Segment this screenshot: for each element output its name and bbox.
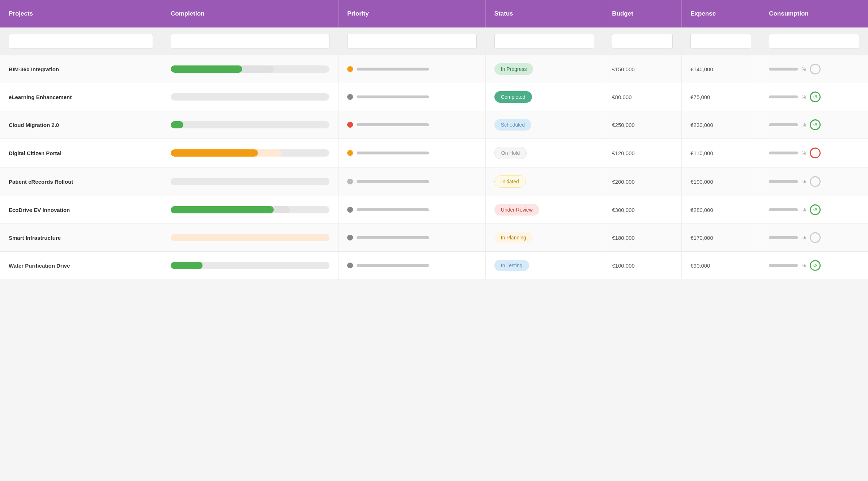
budget-cell: €200,000	[603, 167, 682, 196]
filter-completion[interactable]	[162, 27, 338, 55]
project-name: BIM-360 Integration	[9, 66, 59, 72]
filter-projects[interactable]	[0, 27, 162, 55]
budget-cell: €100,000	[603, 252, 682, 280]
completion-bar-container	[171, 262, 329, 269]
project-name-cell: Digital Citizen Portal	[0, 139, 162, 167]
filter-status[interactable]	[485, 27, 603, 55]
budget-cell: €250,000	[603, 111, 682, 139]
priority-dot	[347, 179, 353, 184]
budget-amount: €150,000	[612, 66, 635, 72]
completion-bar-container	[171, 149, 329, 157]
expense-cell: €230,000	[682, 111, 760, 139]
priority-dot	[347, 235, 353, 240]
consumption-icon	[810, 148, 821, 158]
completion-bar-container	[171, 121, 329, 128]
priority-cell	[339, 196, 486, 224]
priority-cell	[339, 83, 486, 111]
projects-table-wrapper: Projects Completion Priority Status Budg…	[0, 0, 868, 279]
expense-cell: €170,000	[682, 224, 760, 252]
col-header-consumption: Consumption	[760, 0, 868, 27]
completion-bar-fill	[171, 206, 274, 213]
completion-bar-secondary	[258, 149, 282, 157]
project-name: Patient eRecords Rollout	[9, 179, 73, 185]
consumption-cell-inner: % ↺	[769, 260, 859, 271]
filter-consumption[interactable]	[760, 27, 868, 55]
consumption-bar	[769, 180, 798, 183]
status-badge: Under Review	[494, 204, 539, 216]
consumption-icon: ↺	[810, 204, 821, 215]
filter-expense[interactable]	[682, 27, 760, 55]
projects-table: Projects Completion Priority Status Budg…	[0, 0, 868, 279]
priority-cell	[339, 167, 486, 196]
consumption-bar	[769, 95, 798, 98]
completion-cell	[162, 196, 338, 224]
table-row: BIM-360 Integration In Progress€150,000€…	[0, 55, 868, 83]
consumption-cell: %	[760, 55, 868, 83]
table-row: Cloud Migration 2.0 Scheduled€250,000€23…	[0, 111, 868, 139]
project-name-cell: Cloud Migration 2.0	[0, 111, 162, 139]
consumption-percent: %	[801, 94, 806, 100]
filter-budget[interactable]	[603, 27, 682, 55]
priority-bar	[357, 95, 429, 98]
project-name-cell: Smart Infrastructure	[0, 224, 162, 252]
budget-cell: €180,000	[603, 224, 682, 252]
status-badge: Scheduled	[494, 119, 531, 131]
completion-bar-fill	[171, 149, 258, 157]
priority-bar	[357, 264, 429, 267]
consumption-percent: %	[801, 235, 806, 240]
status-badge: In Progress	[494, 63, 533, 75]
expense-cell: €90,000	[682, 252, 760, 280]
status-badge: In Planning	[494, 232, 533, 243]
expense-amount: €170,000	[690, 235, 713, 241]
priority-bar	[357, 152, 429, 154]
project-name: eLearning Enhancement	[9, 94, 72, 100]
project-name-cell: EcoDrive EV Innovation	[0, 196, 162, 224]
consumption-icon	[810, 64, 821, 75]
consumption-percent: %	[801, 150, 806, 156]
priority-cell	[339, 139, 486, 167]
priority-cell-inner	[347, 122, 477, 128]
priority-dot	[347, 94, 353, 100]
status-cell: In Progress	[485, 55, 603, 83]
expense-amount: €280,000	[690, 207, 713, 213]
consumption-bar	[769, 208, 798, 211]
expense-cell: €280,000	[682, 196, 760, 224]
status-cell: Initiated	[485, 167, 603, 196]
priority-cell-inner	[347, 207, 477, 213]
budget-amount: €250,000	[612, 122, 635, 128]
consumption-cell-inner: % ↺	[769, 119, 859, 130]
consumption-percent: %	[801, 263, 806, 268]
completion-cell	[162, 139, 338, 167]
consumption-cell: % ↺	[760, 83, 868, 111]
consumption-bar	[769, 152, 798, 154]
completion-cell	[162, 252, 338, 280]
table-row: Water Purification Drive In Testing€100,…	[0, 252, 868, 280]
consumption-bar	[769, 236, 798, 239]
project-name-cell: BIM-360 Integration	[0, 55, 162, 83]
consumption-cell: % ↺	[760, 196, 868, 224]
consumption-cell-inner: % ↺	[769, 91, 859, 102]
status-badge: In Testing	[494, 260, 529, 271]
budget-amount: €200,000	[612, 179, 635, 185]
budget-cell: €80,000	[603, 83, 682, 111]
filter-row	[0, 27, 868, 55]
consumption-bar	[769, 264, 798, 267]
budget-cell: €150,000	[603, 55, 682, 83]
expense-cell: €140,000	[682, 55, 760, 83]
consumption-bar	[769, 123, 798, 126]
status-cell: Completed	[485, 83, 603, 111]
project-name: Smart Infrastructure	[9, 235, 61, 241]
expense-amount: €140,000	[690, 66, 713, 72]
priority-dot	[347, 122, 353, 128]
expense-cell: €75,000	[682, 83, 760, 111]
filter-priority[interactable]	[339, 27, 486, 55]
priority-bar	[357, 68, 429, 71]
consumption-icon	[810, 232, 821, 243]
completion-bar-secondary	[242, 65, 274, 73]
priority-cell	[339, 252, 486, 280]
expense-amount: €75,000	[690, 94, 710, 100]
completion-cell	[162, 167, 338, 196]
consumption-percent: %	[801, 66, 806, 72]
priority-cell-inner	[347, 179, 477, 184]
budget-cell: €120,000	[603, 139, 682, 167]
